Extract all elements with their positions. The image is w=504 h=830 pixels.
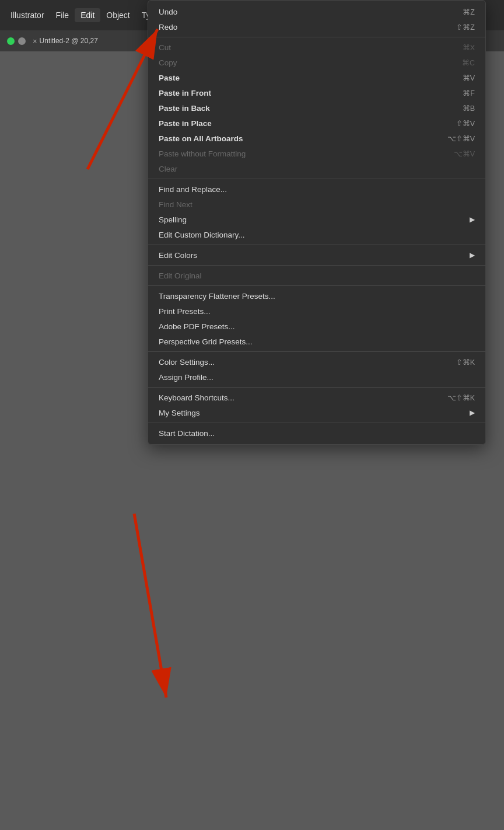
menu-item-keyboard-shortcuts-label: Keyboard Shortcuts... <box>159 393 235 402</box>
menu-item-undo-label: Undo <box>159 8 177 16</box>
separator-1 <box>148 37 485 37</box>
menu-item-paste-place-shortcut: ⇧⌘V <box>456 119 475 128</box>
menu-edit[interactable]: Edit <box>75 8 100 22</box>
separator-5 <box>148 285 485 286</box>
separator-3 <box>148 245 485 245</box>
menu-item-paste-back-label: Paste in Back <box>159 104 210 113</box>
menu-item-find-replace[interactable]: Find and Replace... <box>148 182 485 197</box>
menu-item-paste-front-shortcut: ⌘F <box>463 89 475 97</box>
menu-item-clear-label: Clear <box>159 165 177 173</box>
menu-object[interactable]: Object <box>100 8 135 22</box>
menu-item-print-presets[interactable]: Print Presets... <box>148 304 485 319</box>
menu-item-find-next[interactable]: Find Next <box>148 197 485 212</box>
menu-item-cut[interactable]: Cut ⌘X <box>148 40 485 55</box>
menu-item-spelling[interactable]: Spelling ▶ <box>148 212 485 227</box>
menu-item-redo-label: Redo <box>159 23 177 32</box>
menu-item-paste-back-shortcut: ⌘B <box>463 104 475 113</box>
menu-item-copy[interactable]: Copy ⌘C <box>148 55 485 70</box>
menu-item-color-settings-shortcut: ⇧⌘K <box>456 358 475 367</box>
menu-item-color-settings-label: Color Settings... <box>159 358 215 367</box>
menu-item-paste-front[interactable]: Paste in Front ⌘F <box>148 85 485 100</box>
menu-item-perspective[interactable]: Perspective Grid Presets... <box>148 334 485 349</box>
menu-item-paste-all-label: Paste on All Artboards <box>159 134 243 143</box>
separator-8 <box>148 423 485 423</box>
menu-item-print-presets-label: Print Presets... <box>159 307 211 316</box>
menu-item-paste-all[interactable]: Paste on All Artboards ⌥⇧⌘V <box>148 131 485 146</box>
menu-item-transparency-label: Transparency Flattener Presets... <box>159 292 275 301</box>
menu-item-redo[interactable]: Redo ⇧⌘Z <box>148 19 485 34</box>
separator-4 <box>148 265 485 266</box>
tab-close-button[interactable]: × <box>33 37 37 46</box>
menu-item-copy-shortcut: ⌘C <box>462 58 475 67</box>
menu-item-edit-original-label: Edit Original <box>159 271 202 280</box>
menu-item-paste-back[interactable]: Paste in Back ⌘B <box>148 100 485 116</box>
menu-item-undo[interactable]: Undo ⌘Z <box>148 4 485 19</box>
menu-item-paste-place-label: Paste in Place <box>159 119 212 128</box>
menu-item-paste-shortcut: ⌘V <box>463 74 475 82</box>
menu-file[interactable]: File <box>50 8 75 22</box>
menu-item-paste-front-label: Paste in Front <box>159 89 211 97</box>
menu-item-find-next-label: Find Next <box>159 200 192 209</box>
menu-item-keyboard-shortcuts[interactable]: Keyboard Shortcuts... ⌥⇧⌘K <box>148 390 485 405</box>
separator-7 <box>148 387 485 388</box>
menu-item-start-dictation[interactable]: Start Dictation... <box>148 426 485 441</box>
menu-item-start-dictation-label: Start Dictation... <box>159 429 215 438</box>
menu-item-assign-profile[interactable]: Assign Profile... <box>148 369 485 385</box>
menu-item-edit-dict[interactable]: Edit Custom Dictionary... <box>148 227 485 242</box>
my-settings-arrow-icon: ▶ <box>470 409 475 417</box>
menu-item-cut-label: Cut <box>159 43 171 52</box>
separator-2 <box>148 179 485 179</box>
menu-item-paste-no-format[interactable]: Paste without Formatting ⌥⌘V <box>148 146 485 161</box>
edit-dropdown-menu: Undo ⌘Z Redo ⇧⌘Z Cut ⌘X Copy ⌘C Paste ⌘V… <box>148 0 486 445</box>
menu-item-spelling-label: Spelling <box>159 215 187 224</box>
menu-item-transparency[interactable]: Transparency Flattener Presets... <box>148 288 485 304</box>
menu-item-undo-shortcut: ⌘Z <box>463 8 475 16</box>
traffic-light-green[interactable] <box>7 37 15 45</box>
menu-item-paste-all-shortcut: ⌥⇧⌘V <box>447 134 475 143</box>
menu-item-clear[interactable]: Clear <box>148 161 485 176</box>
menu-item-edit-dict-label: Edit Custom Dictionary... <box>159 231 245 239</box>
menu-item-paste-no-format-shortcut: ⌥⌘V <box>454 149 475 158</box>
menu-item-color-settings[interactable]: Color Settings... ⇧⌘K <box>148 354 485 369</box>
traffic-light-gray[interactable] <box>18 37 26 45</box>
menu-item-pdf-presets-label: Adobe PDF Presets... <box>159 322 235 331</box>
menu-item-paste[interactable]: Paste ⌘V <box>148 70 485 85</box>
menu-item-my-settings[interactable]: My Settings ▶ <box>148 405 485 420</box>
menu-item-keyboard-shortcuts-shortcut: ⌥⇧⌘K <box>447 393 475 402</box>
menu-item-paste-place[interactable]: Paste in Place ⇧⌘V <box>148 116 485 131</box>
menu-item-redo-shortcut: ⇧⌘Z <box>456 23 475 32</box>
menu-item-edit-original[interactable]: Edit Original <box>148 268 485 283</box>
separator-6 <box>148 351 485 352</box>
menu-illustrator[interactable]: Illustrator <box>5 8 50 22</box>
menu-item-copy-label: Copy <box>159 58 177 67</box>
menu-item-cut-shortcut: ⌘X <box>463 43 475 52</box>
menu-item-paste-label: Paste <box>159 74 180 82</box>
menu-item-assign-profile-label: Assign Profile... <box>159 373 214 382</box>
menu-item-paste-no-format-label: Paste without Formatting <box>159 149 246 158</box>
menu-item-my-settings-label: My Settings <box>159 409 200 417</box>
menu-item-perspective-label: Perspective Grid Presets... <box>159 337 253 346</box>
menu-item-pdf-presets[interactable]: Adobe PDF Presets... <box>148 319 485 334</box>
menu-item-edit-colors[interactable]: Edit Colors ▶ <box>148 247 485 263</box>
spelling-arrow-icon: ▶ <box>470 215 475 224</box>
menu-item-find-replace-label: Find and Replace... <box>159 185 227 194</box>
menu-item-edit-colors-label: Edit Colors <box>159 251 197 260</box>
tab-title: Untitled-2 @ 20,27 <box>40 37 98 45</box>
edit-colors-arrow-icon: ▶ <box>470 251 475 259</box>
